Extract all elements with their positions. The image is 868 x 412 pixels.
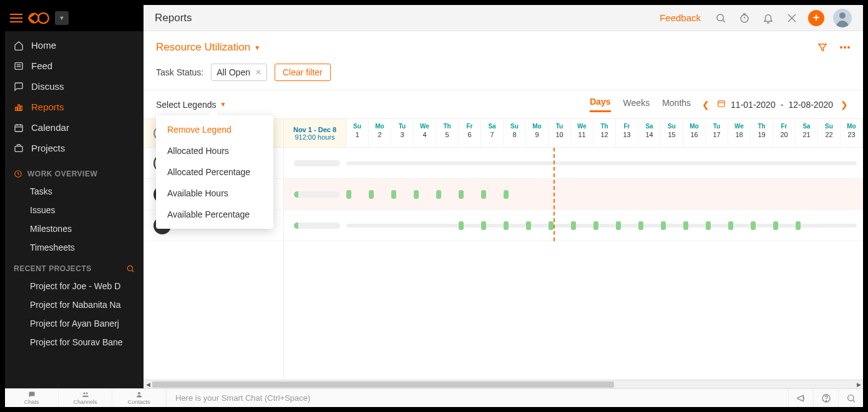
timeline-body: [284, 148, 863, 241]
view-tabs: Days Weeks Months: [590, 97, 691, 112]
sub-issues[interactable]: Issues: [5, 201, 144, 219]
bottom-tab-chats[interactable]: Chats: [5, 389, 59, 407]
day-column[interactable]: Sa14: [638, 119, 661, 147]
day-column[interactable]: Sa21: [796, 119, 818, 147]
day-column[interactable]: Sa7: [481, 119, 504, 147]
recent-project-item[interactable]: Project for Nabanita Na: [5, 295, 144, 314]
bottom-tab-contacts[interactable]: Contacts: [112, 389, 166, 407]
announce-icon[interactable]: [788, 389, 813, 407]
nav-calendar[interactable]: Calendar: [5, 117, 144, 138]
sub-timesheets[interactable]: Timesheets: [5, 238, 144, 257]
date-from[interactable]: 11-01-2020: [731, 100, 776, 110]
date-to[interactable]: 12-08-2020: [788, 100, 833, 110]
chat-icon: [27, 391, 36, 398]
help-icon[interactable]: [813, 389, 838, 407]
timer-icon[interactable]: [737, 11, 752, 26]
menu-icon[interactable]: [10, 14, 22, 22]
tools-icon[interactable]: [784, 11, 799, 26]
scrollbar-thumb[interactable]: [152, 381, 614, 388]
svg-rect-5: [16, 107, 17, 110]
scroll-right-button[interactable]: ▶: [854, 380, 863, 388]
recent-project-item[interactable]: Project for Ayan Banerj: [5, 314, 144, 333]
legend-dropdown-toggle[interactable]: Select Legends ▼: [156, 100, 226, 110]
nav-reports[interactable]: Reports: [5, 97, 144, 117]
day-column[interactable]: Mo9: [526, 119, 549, 147]
bottom-tab-channels[interactable]: Channels: [59, 389, 112, 407]
day-column[interactable]: Mo2: [369, 119, 391, 147]
svg-point-14: [127, 266, 132, 271]
add-button[interactable]: +: [808, 10, 824, 26]
horizontal-scrollbar[interactable]: ◀ ▶: [144, 380, 863, 388]
nav-projects[interactable]: Projects: [5, 138, 144, 158]
recent-project-item[interactable]: Project for Joe - Web D: [5, 277, 144, 295]
date-range-nav: ❮ 11-01-2020 - 12-08-2020 ❯: [700, 98, 851, 111]
allocation-segments: [459, 221, 801, 230]
work-overview-header[interactable]: WORK OVERVIEW: [5, 162, 144, 182]
day-column[interactable]: Su22: [818, 119, 841, 147]
nav-feed[interactable]: Feed: [5, 55, 144, 76]
clock-icon: [14, 170, 22, 178]
next-range-button[interactable]: ❯: [838, 98, 851, 111]
clear-filter-button[interactable]: Clear filter: [275, 64, 331, 81]
filter-icon[interactable]: [817, 42, 828, 53]
svg-point-1: [38, 13, 49, 24]
prev-range-button[interactable]: ❮: [700, 98, 712, 111]
day-column[interactable]: Su15: [661, 119, 683, 147]
nav-home[interactable]: Home: [5, 35, 144, 55]
view-tab-weeks[interactable]: Weeks: [623, 98, 650, 112]
calendar-icon: [14, 123, 24, 133]
nav-discuss[interactable]: Discuss: [5, 76, 144, 97]
today-indicator: [553, 148, 555, 241]
legend-option-allocated-percentage[interactable]: Allocated Percentage: [156, 161, 273, 183]
day-column[interactable]: Su8: [504, 119, 526, 147]
legend-option-remove[interactable]: Remove Legend: [156, 119, 273, 140]
bell-icon[interactable]: [761, 11, 776, 26]
brand-dropdown[interactable]: ▼: [55, 11, 69, 25]
recent-project-item[interactable]: Project for Sourav Bane: [5, 333, 144, 352]
legend-option-available-hours[interactable]: Available Hours: [156, 183, 273, 204]
svg-point-23: [844, 46, 846, 49]
zoom-search-icon[interactable]: [838, 389, 863, 407]
day-column[interactable]: Th5: [436, 119, 459, 147]
sidebar: ▼ Home Feed Discuss Reports: [5, 5, 144, 388]
svg-rect-7: [21, 106, 22, 110]
sub-milestones[interactable]: Milestones: [5, 219, 144, 238]
day-column[interactable]: We4: [414, 119, 436, 147]
day-column[interactable]: Fr20: [773, 119, 796, 147]
day-column[interactable]: Mo16: [683, 119, 706, 147]
more-icon[interactable]: [839, 46, 851, 49]
scroll-left-button[interactable]: ◀: [144, 380, 152, 388]
legend-option-allocated-hours[interactable]: Allocated Hours: [156, 140, 273, 161]
user-avatar[interactable]: [833, 9, 852, 27]
feedback-link[interactable]: Feedback: [660, 12, 701, 23]
sidebar-top: ▼: [5, 5, 144, 31]
day-column[interactable]: Fr13: [616, 119, 638, 147]
sub-tasks[interactable]: Tasks: [5, 182, 144, 201]
search-icon[interactable]: [126, 264, 135, 273]
legend-option-available-percentage[interactable]: Available Percentage: [156, 204, 273, 225]
day-column[interactable]: Tu3: [391, 119, 414, 147]
timeline-row: [284, 148, 863, 179]
day-column[interactable]: Tu17: [706, 119, 728, 147]
task-status-chip[interactable]: All Open ✕: [211, 64, 267, 81]
day-column[interactable]: Su1: [346, 119, 369, 147]
day-column[interactable]: We18: [728, 119, 751, 147]
smart-chat-input[interactable]: Here is your Smart Chat (Ctrl+Space): [166, 389, 788, 407]
search-icon[interactable]: [713, 11, 728, 26]
caret-down-icon: ▼: [254, 44, 260, 51]
view-tab-days[interactable]: Days: [590, 97, 610, 112]
day-column[interactable]: Th12: [593, 119, 616, 147]
report-type-dropdown[interactable]: Resource Utilization▼: [156, 41, 260, 54]
view-tab-months[interactable]: Months: [662, 98, 691, 112]
svg-rect-6: [18, 105, 20, 110]
calendar-icon[interactable]: [717, 99, 726, 110]
bottombar: Chats Channels Contacts Here is your Sma…: [5, 388, 863, 407]
day-column[interactable]: Tu10: [549, 119, 571, 147]
discuss-icon: [14, 82, 24, 92]
day-column[interactable]: We11: [571, 119, 593, 147]
subheader: Resource Utilization▼: [144, 31, 863, 60]
day-column[interactable]: Fr6: [459, 119, 481, 147]
day-column[interactable]: Th19: [751, 119, 773, 147]
close-icon[interactable]: ✕: [255, 68, 261, 77]
day-column[interactable]: Mo23: [841, 119, 863, 147]
